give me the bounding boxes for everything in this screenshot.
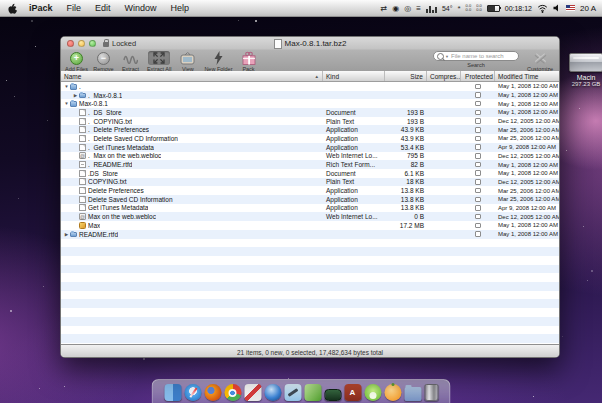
protected-checkbox[interactable] (475, 205, 481, 211)
table-row[interactable]: ▼Max-0.8.1May 1, 2008 12:00 AM (61, 99, 559, 108)
protected-checkbox[interactable] (475, 214, 481, 220)
menu-ipack[interactable]: iPack (22, 3, 60, 13)
protected-checkbox[interactable] (475, 188, 481, 194)
cpu-meter-icon[interactable] (426, 4, 437, 13)
column-header-modified[interactable]: Modified Time (495, 71, 560, 81)
menu-extra-2-icon[interactable]: ◉ (392, 0, 399, 17)
dock-adium-icon[interactable] (364, 384, 381, 401)
table-row[interactable]: Get iTunes MetadataApplication13.8 KBApr… (61, 204, 559, 213)
protected-checkbox[interactable] (475, 110, 481, 116)
table-row[interactable]: ▼.May 1, 2008 12:00 AM (61, 82, 559, 91)
desktop-volume[interactable]: Macin 297.23 GB (554, 53, 602, 87)
menu-edit[interactable]: Edit (88, 3, 118, 13)
column-header-size[interactable]: Size (385, 71, 427, 81)
apple-menu-icon[interactable] (6, 3, 18, 14)
extract-all-button[interactable]: Extract All (147, 51, 171, 72)
chevron-down-icon[interactable]: ▼ (445, 54, 449, 59)
table-row[interactable]: .DS_StoreDocument6.1 KBMay 1, 2008 12:00… (61, 169, 559, 178)
title-bar[interactable]: Locked Max-0.8.1.tar.bz2 (61, 37, 559, 50)
protected-checkbox[interactable] (475, 84, 481, 90)
dock-chrome-icon[interactable] (224, 384, 241, 401)
dock-trash-icon[interactable] (424, 384, 438, 401)
menu-file[interactable]: File (60, 3, 89, 13)
protected-checkbox[interactable] (475, 231, 481, 237)
disclosure-closed-icon[interactable]: ▶ (63, 232, 70, 237)
dock-display-app-icon[interactable] (324, 389, 341, 401)
column-header-name[interactable]: Name ▲ (61, 71, 323, 81)
table-row[interactable]: ▶README.rtfdMay 1, 2008 12:00 AM (61, 230, 559, 239)
battery-icon[interactable] (487, 5, 500, 12)
us-flag-icon[interactable] (566, 5, 575, 11)
close-button[interactable] (67, 40, 74, 47)
add-files-button[interactable]: +Add Files (65, 51, 88, 72)
table-row[interactable]: Delete Saved CD InformationApplication13… (61, 195, 559, 204)
menu-help[interactable]: Help (164, 3, 197, 13)
new-folder-button[interactable]: New Folder (204, 51, 232, 72)
table-row[interactable]: ._Delete PreferencesApplication43.9 KBMa… (61, 125, 559, 134)
net-stats-2[interactable]: 0.0 0.0 (476, 4, 482, 12)
table-row[interactable]: ▶._Max-0.8.1May 1, 2008 12:00 AM (61, 91, 559, 100)
document-proxy-icon[interactable] (274, 39, 282, 49)
table-row[interactable]: Max on the web.weblocWeb Internet Lo...0… (61, 212, 559, 221)
disclosure-open-icon[interactable]: ▼ (63, 101, 70, 106)
protected-checkbox[interactable] (475, 223, 481, 229)
protected-checkbox[interactable] (475, 153, 481, 159)
file-name: ._COPYING.txt (88, 118, 132, 125)
table-row[interactable]: ._Get iTunes MetadataApplication53.4 KBA… (61, 143, 559, 152)
protected-checkbox[interactable] (475, 162, 481, 168)
search-input[interactable] (451, 53, 515, 59)
dock-tangerine-icon[interactable] (384, 384, 401, 401)
menu-window[interactable]: Window (118, 3, 164, 13)
column-header-protected[interactable]: Protected (461, 71, 495, 81)
protected-checkbox[interactable] (475, 136, 481, 142)
file-kind (323, 99, 385, 108)
protected-checkbox[interactable] (475, 101, 481, 107)
dock-finder-icon[interactable] (164, 384, 181, 401)
zoom-button[interactable] (89, 40, 96, 47)
wifi-icon[interactable] (537, 4, 548, 13)
table-row[interactable]: ._README.rtfdRich Text Form...82 BMay 1,… (61, 160, 559, 169)
protected-checkbox[interactable] (475, 118, 481, 124)
protected-checkbox[interactable] (475, 197, 481, 203)
dock-firefox-icon[interactable] (204, 384, 221, 401)
menu-clock[interactable]: 20 A (580, 4, 596, 13)
table-row[interactable]: ._Max on the web.weblocWeb Internet Lo..… (61, 152, 559, 161)
battery-time: 00:18:12 (505, 5, 532, 12)
table-row[interactable]: ._Delete Saved CD InformationApplication… (61, 134, 559, 143)
disclosure-open-icon[interactable]: ▼ (63, 84, 70, 89)
dock-dictionary-icon[interactable] (344, 384, 361, 401)
table-row[interactable]: ._COPYING.txtPlain Text193 BDec 12, 2005… (61, 117, 559, 126)
menu-extra-3-icon[interactable]: ◎ (404, 0, 411, 17)
column-header-kind[interactable]: Kind (323, 71, 385, 81)
protected-checkbox[interactable] (475, 144, 481, 150)
protected-checkbox[interactable] (475, 92, 481, 98)
table-row[interactable]: Max17.2 MBMay 1, 2008 12:00 AM (61, 221, 559, 230)
dock-developer-app-icon[interactable] (284, 384, 301, 401)
dock-green-app-icon[interactable] (304, 384, 321, 401)
disclosure-closed-icon[interactable]: ▶ (72, 93, 79, 98)
protected-checkbox[interactable] (475, 170, 481, 176)
view-button[interactable]: View (176, 51, 199, 72)
menu-extra-4-icon[interactable]: ≡ (416, 0, 421, 17)
customize-button[interactable]: Customize (527, 51, 553, 72)
protected-checkbox[interactable] (475, 179, 481, 185)
menu-extra-1-icon[interactable]: ⇄ (381, 0, 388, 17)
table-row[interactable]: Delete PreferencesApplication13.8 KBMar … (61, 186, 559, 195)
remove-button[interactable]: −Remove (93, 51, 114, 72)
table-row[interactable]: ._DS_StoreDocument193 BMay 1, 2008 12:00… (61, 108, 559, 117)
menu-bar-status: ⇄◉◎≡ 54° * 0.0 0.0 0.0 0.0 00:18:12 20 A (381, 0, 596, 16)
extract-button[interactable]: Extract (119, 51, 142, 72)
column-header-compressed[interactable]: Compres... (427, 71, 461, 81)
dock-downloads-folder-icon[interactable] (404, 387, 421, 401)
dock-media-player-icon[interactable] (244, 384, 261, 401)
table-row[interactable]: COPYING.txtPlain Text18 KBDec 12, 2005 1… (61, 178, 559, 187)
protected-checkbox[interactable] (475, 127, 481, 133)
net-stats-1[interactable]: 0.0 0.0 (466, 4, 472, 12)
volume-icon[interactable] (553, 4, 561, 12)
minimize-button[interactable] (78, 40, 85, 47)
dock-safari-icon[interactable] (184, 384, 201, 401)
pack-button[interactable]: Pack (238, 51, 260, 72)
file-compressed (427, 134, 461, 143)
dock-internet-globe-icon[interactable] (264, 384, 281, 401)
temperature-reading[interactable]: 54° (442, 5, 453, 12)
